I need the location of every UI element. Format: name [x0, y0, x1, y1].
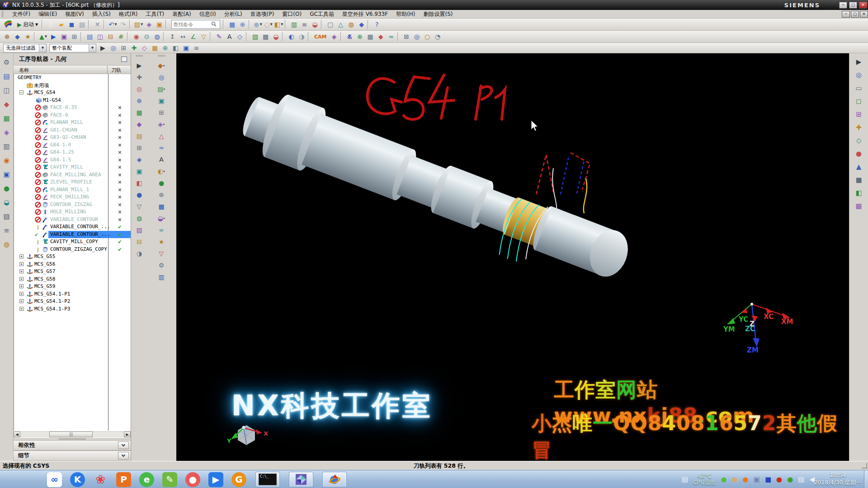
postprocess-button[interactable]: ⊞ [69, 32, 80, 42]
grid-button[interactable]: # [116, 32, 126, 42]
video-player-icon[interactable]: ▶ [208, 472, 223, 487]
fit-view-button[interactable]: ▦ [227, 19, 237, 30]
tree-row-mcs-g55[interactable]: +MCS_G55 [14, 253, 131, 261]
delay-button[interactable]: ○ [422, 32, 433, 42]
manufacturing-wizard-icon[interactable]: ▧ [1, 211, 12, 221]
undo-button[interactable]: ↶▼ [108, 19, 118, 30]
section-view-button[interactable]: ◑ [297, 32, 307, 42]
view-triad[interactable]: X Y [226, 425, 268, 445]
column-header-toolpath[interactable]: 刀轨 [108, 66, 131, 74]
contour-op-button[interactable]: ◈▸ [156, 119, 167, 130]
text-op-button[interactable]: A [156, 155, 167, 165]
cam-chip[interactable]: CAM [312, 32, 329, 42]
tree-row-mcs-g54[interactable]: −MCS_G54 [14, 89, 131, 97]
tree-row-peck-drilling[interactable]: PECK_DRILLING✕ [14, 193, 131, 201]
sketch-button[interactable]: ✎ [214, 32, 224, 42]
menu-9[interactable]: 分析(L) [220, 10, 246, 18]
expand-icon[interactable]: + [19, 269, 24, 273]
sheet-tool-button[interactable]: ▤ [134, 131, 145, 141]
gem-right-button[interactable]: ◇ [854, 135, 864, 145]
name-chip[interactable]: 名 [344, 32, 355, 42]
pointer-right-button[interactable]: ▶ [854, 56, 864, 67]
expand-icon[interactable]: + [19, 254, 24, 258]
tree-row-m1-g54[interactable]: M1-G54 [14, 97, 131, 104]
selection-filter-dropdown[interactable]: 无选择过滤器 ▼ [3, 44, 47, 52]
snap-center-button[interactable]: ⊕ [160, 43, 170, 53]
menu-3[interactable]: 视图(V) [61, 10, 88, 18]
part-navigator-icon[interactable]: ◆ [1, 99, 12, 109]
collapse-icon[interactable]: − [19, 90, 24, 94]
zlevel-op-button[interactable]: ⊞ [156, 108, 167, 118]
cpu-widget[interactable]: 42°CCPU温度 [693, 473, 716, 486]
expand-icon[interactable]: + [19, 299, 24, 303]
contact-tray-icon[interactable]: ● [732, 476, 738, 483]
appearance-button[interactable]: ◆ [356, 19, 367, 30]
open-button[interactable]: ▰ [56, 19, 66, 30]
layer-settings-button[interactable]: ≡ [299, 19, 310, 30]
roles-gear-icon[interactable]: ⚙ [1, 57, 12, 67]
create-tool-button[interactable]: ⊕ [2, 32, 12, 42]
roles-icon[interactable]: ≡ [1, 225, 12, 235]
menu-2[interactable]: 编辑(E) [34, 10, 61, 18]
plus-right-button[interactable]: ✚ [854, 122, 864, 132]
notepad-icon[interactable]: ✎ [162, 472, 177, 487]
tree-row-planar-mill-1[interactable]: PLANAR_MILL_1✕ [14, 186, 131, 194]
snap-quad-button[interactable]: ◧ [170, 43, 181, 53]
box-tool-button[interactable]: ▣ [134, 166, 145, 177]
generate-toolpath-button[interactable]: ▲▼ [38, 32, 48, 42]
pdf-reader-icon[interactable]: P [116, 472, 131, 487]
tri-tool-button[interactable]: ▽ [134, 202, 145, 212]
dot-right-button[interactable]: ● [854, 148, 864, 159]
tree-row-mcs-g58[interactable]: +MCS_G58 [14, 276, 131, 283]
command-search-input[interactable] [173, 22, 211, 28]
zoom-button[interactable]: ⊕ [237, 19, 248, 30]
taskbar-clock[interactable]: 10:54 2018/4/30 星期一 [814, 472, 862, 486]
menu-14[interactable]: 帮助(H) [392, 10, 419, 18]
tree-row-mcs-g54-1-p2[interactable]: +MCS_G54.1-P2 [14, 298, 131, 305]
snapshot-button[interactable]: ▢ [325, 19, 335, 30]
shaded-view-button[interactable]: ●▼ [253, 19, 263, 30]
move-object-button[interactable]: ◈ [144, 19, 154, 30]
tree-row-face-milling-area[interactable]: FACE_MILLING_AREA✕ [14, 171, 131, 179]
dot-tool-button[interactable]: ● [134, 190, 145, 200]
create-geometry-button[interactable]: ◆ [12, 32, 23, 42]
help-button[interactable]: ? [372, 19, 382, 30]
new-window-button[interactable]: ▣ [154, 19, 165, 30]
tree-row-face-0[interactable]: FACE-0✕ [14, 112, 131, 119]
tree-row-g84-1-5[interactable]: G84-1.5✕ [14, 156, 131, 164]
verify-toolpath-button[interactable]: ▶ [48, 32, 59, 42]
restore-button[interactable]: ▢ [849, 2, 857, 9]
datum-button[interactable]: ⊙ [142, 32, 152, 42]
target-button[interactable]: ◎ [412, 32, 422, 42]
point-tool-button[interactable]: ◎ [134, 84, 145, 94]
edit-display-button[interactable]: ◒ [271, 32, 281, 42]
wcs-triad[interactable]: XC XM YC YM Z ZC ZM [723, 303, 793, 354]
expand-icon[interactable]: + [19, 262, 24, 266]
curve-button[interactable]: ◇ [235, 32, 245, 42]
measure-button[interactable]: △ [335, 19, 346, 30]
tree-row-cavity-mill-copy[interactable]: !CAVITY_MILL_COPY✔ [14, 238, 131, 246]
doc-close-button[interactable]: ✕ [860, 11, 868, 18]
aux-op-button[interactable]: ◒▸ [156, 213, 167, 224]
pattern-button[interactable]: ▩ [260, 32, 271, 42]
assembly-scope-arrow-icon[interactable]: ▼ [89, 44, 96, 52]
tree-row-mcs-g59[interactable]: +MCS_G59 [14, 283, 131, 291]
tree-row-face-0-35[interactable]: FACE-0.35✕ [14, 104, 131, 112]
list-toolpath-button[interactable]: ▤ [85, 32, 95, 42]
close-button[interactable]: ✕ [859, 2, 867, 9]
snap-mid-button[interactable]: ◇ [139, 43, 150, 53]
square-right-button[interactable]: ■ [854, 174, 864, 185]
reuse-library-icon[interactable]: ▥ [1, 141, 12, 151]
diamond-tool-button[interactable]: ◆ [134, 119, 145, 130]
g-browser-icon[interactable]: G [231, 472, 246, 487]
tree-row-mcs-g57[interactable]: +MCS_G57 [14, 268, 131, 276]
wedm-op-button[interactable]: ◐▸ [156, 166, 167, 177]
details-panel[interactable]: 细节 [14, 450, 131, 461]
shade-tool-button[interactable]: ◑ [134, 249, 145, 259]
firefox-tray-icon[interactable]: ● [743, 476, 749, 483]
camera-tray-icon[interactable]: ▣ [754, 476, 760, 483]
resize-grip[interactable] [862, 463, 867, 469]
sphere-button[interactable]: ◍ [152, 32, 162, 42]
menu-15[interactable]: 删除设置(S) [420, 10, 457, 18]
mill-op-button[interactable]: ◆▸ [156, 61, 167, 71]
